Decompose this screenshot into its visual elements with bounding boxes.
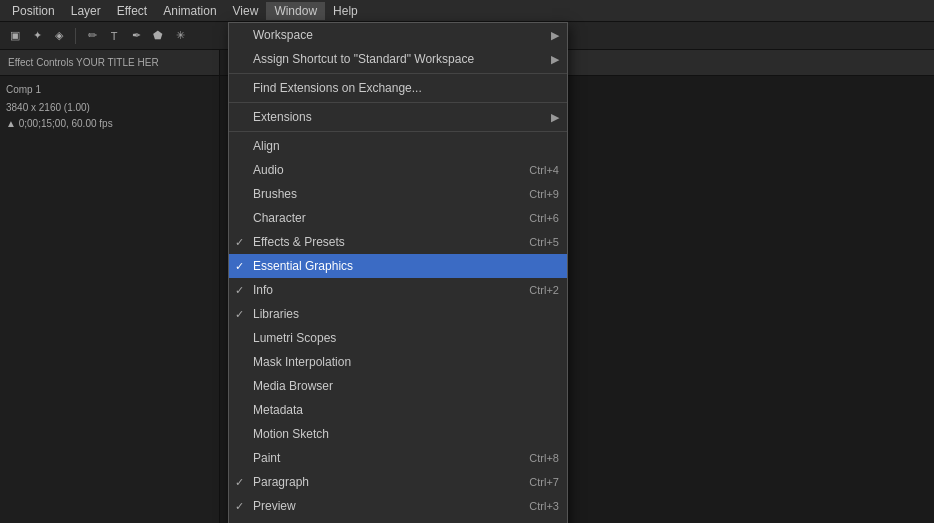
menu-item-brushes-label: Brushes	[253, 187, 297, 201]
menu-item-mask-interpolation-label: Mask Interpolation	[253, 355, 351, 369]
menu-separator-2	[229, 102, 567, 103]
menu-item-paint-shortcut: Ctrl+8	[529, 452, 559, 464]
menu-item-paragraph-label: Paragraph	[253, 475, 309, 489]
menu-item-motion-sketch[interactable]: Motion Sketch	[229, 422, 567, 446]
menu-item-lumetri-scopes-label: Lumetri Scopes	[253, 331, 336, 345]
menu-item-workspace[interactable]: Workspace ▶	[229, 23, 567, 47]
menu-item-brushes[interactable]: Brushes Ctrl+9	[229, 182, 567, 206]
menu-item-libraries-label: Libraries	[253, 307, 299, 321]
menu-item-find-extensions-label: Find Extensions on Exchange...	[253, 81, 422, 95]
menu-item-effects-presets-label: Effects & Presets	[253, 235, 345, 249]
menu-item-character-shortcut: Ctrl+6	[529, 212, 559, 224]
menu-item-metadata-label: Metadata	[253, 403, 303, 417]
submenu-arrow-assign: ▶	[551, 53, 559, 66]
menu-item-effects-presets-shortcut: Ctrl+5	[529, 236, 559, 248]
menu-item-align[interactable]: Align	[229, 134, 567, 158]
check-preview: ✓	[235, 500, 244, 513]
menu-item-essential-graphics[interactable]: ✓ Essential Graphics	[229, 254, 567, 278]
menu-item-essential-graphics-label: Essential Graphics	[253, 259, 353, 273]
menu-item-character-label: Character	[253, 211, 306, 225]
menu-item-progress[interactable]: Progress	[229, 518, 567, 523]
menu-item-brushes-shortcut: Ctrl+9	[529, 188, 559, 200]
menu-item-preview[interactable]: ✓ Preview Ctrl+3	[229, 494, 567, 518]
menu-item-align-label: Align	[253, 139, 280, 153]
menu-item-lumetri-scopes[interactable]: Lumetri Scopes	[229, 326, 567, 350]
menu-item-audio-label: Audio	[253, 163, 284, 177]
menu-item-libraries[interactable]: ✓ Libraries	[229, 302, 567, 326]
menu-item-info[interactable]: ✓ Info Ctrl+2	[229, 278, 567, 302]
check-essential-graphics: ✓	[235, 260, 244, 273]
menu-item-character[interactable]: Character Ctrl+6	[229, 206, 567, 230]
menu-item-paragraph-shortcut: Ctrl+7	[529, 476, 559, 488]
check-paragraph: ✓	[235, 476, 244, 489]
menu-item-find-extensions[interactable]: Find Extensions on Exchange...	[229, 76, 567, 100]
check-libraries: ✓	[235, 308, 244, 321]
menu-item-paint-label: Paint	[253, 451, 280, 465]
dropdown-overlay: Workspace ▶ Assign Shortcut to "Standard…	[0, 0, 934, 523]
menu-item-info-shortcut: Ctrl+2	[529, 284, 559, 296]
menu-item-metadata[interactable]: Metadata	[229, 398, 567, 422]
menu-item-paint[interactable]: Paint Ctrl+8	[229, 446, 567, 470]
menu-item-info-label: Info	[253, 283, 273, 297]
menu-item-assign-shortcut-label: Assign Shortcut to "Standard" Workspace	[253, 52, 474, 66]
submenu-arrow-extensions: ▶	[551, 111, 559, 124]
menu-item-audio[interactable]: Audio Ctrl+4	[229, 158, 567, 182]
menu-item-mask-interpolation[interactable]: Mask Interpolation	[229, 350, 567, 374]
menu-separator-3	[229, 131, 567, 132]
menu-item-media-browser[interactable]: Media Browser	[229, 374, 567, 398]
menu-item-effects-presets[interactable]: ✓ Effects & Presets Ctrl+5	[229, 230, 567, 254]
submenu-arrow-workspace: ▶	[551, 29, 559, 42]
menu-item-motion-sketch-label: Motion Sketch	[253, 427, 329, 441]
menu-item-extensions[interactable]: Extensions ▶	[229, 105, 567, 129]
menu-item-preview-label: Preview	[253, 499, 296, 513]
check-effects-presets: ✓	[235, 236, 244, 249]
check-info: ✓	[235, 284, 244, 297]
menu-item-workspace-label: Workspace	[253, 28, 313, 42]
menu-item-assign-shortcut[interactable]: Assign Shortcut to "Standard" Workspace …	[229, 47, 567, 71]
menu-item-paragraph[interactable]: ✓ Paragraph Ctrl+7	[229, 470, 567, 494]
menu-item-extensions-label: Extensions	[253, 110, 312, 124]
menu-separator-1	[229, 73, 567, 74]
window-dropdown-menu: Workspace ▶ Assign Shortcut to "Standard…	[228, 22, 568, 523]
menu-item-media-browser-label: Media Browser	[253, 379, 333, 393]
menu-item-preview-shortcut: Ctrl+3	[529, 500, 559, 512]
menu-item-audio-shortcut: Ctrl+4	[529, 164, 559, 176]
